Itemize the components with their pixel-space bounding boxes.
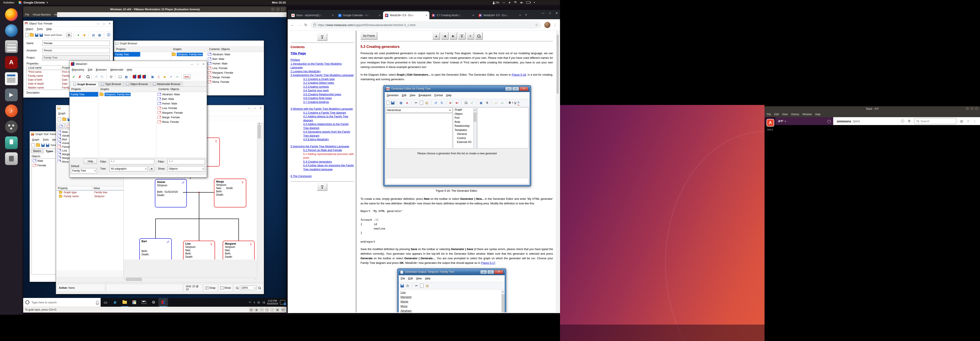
toc-link[interactable]: 4.1 Creating a Family Tree diagram: [291, 111, 354, 115]
menu-item[interactable]: Help: [46, 27, 52, 30]
graph-browser-title-bar[interactable]: Graph Browser: [114, 41, 264, 46]
node-bart[interactable]: Bart Birth: Death: ♂: [139, 238, 172, 260]
open-icon[interactable]: [36, 144, 40, 147]
vmware-title-bar[interactable]: Windows 10 x64 - VMware Workstation 15 P…: [23, 6, 286, 12]
menu-item[interactable]: History: [791, 113, 799, 116]
toc-link[interactable]: Preface: [291, 58, 354, 62]
close-button[interactable]: ✕: [109, 22, 111, 25]
browser-tab[interactable]: Metamodel Browser: [151, 82, 183, 86]
object-item[interactable]: Marge: Female: [207, 75, 264, 79]
menu-item[interactable]: Help: [54, 13, 60, 16]
dock-icon[interactable]: [5, 72, 18, 85]
save-icon[interactable]: [35, 33, 38, 37]
filter2-input[interactable]: *: *: [167, 159, 205, 164]
commit-icon[interactable]: ✓: [71, 74, 76, 79]
undo-icon[interactable]: ↺: [94, 74, 99, 79]
tab-close-icon[interactable]: ✕: [472, 14, 474, 17]
show-select[interactable]: Objects▾: [167, 166, 205, 171]
toc-link[interactable]: 5.3 Creating generators: [291, 160, 354, 164]
activities-button[interactable]: Activities: [3, 1, 14, 4]
taskbar-clock[interactable]: 3:15 PM 6/10/2019: [267, 300, 278, 305]
menu-item[interactable]: Help: [815, 113, 821, 116]
scroll-top-button-bottom[interactable]: ▲: [317, 183, 327, 191]
maximize-button[interactable]: □: [254, 107, 256, 109]
tray-chevron-icon[interactable]: ▼: [533, 2, 535, 4]
wifi-icon[interactable]: [514, 1, 517, 4]
search-box[interactable]: Search: [914, 118, 956, 124]
menu-item[interactable]: Edit: [774, 113, 779, 116]
node-marge[interactable]: Marge Simpson Née:Smith Birth: Death: ♀: [214, 179, 246, 208]
vm-device-icon[interactable]: ◉: [255, 308, 259, 312]
minimize-button[interactable]: −: [966, 107, 969, 110]
dialog-icon[interactable]: ▣: [150, 74, 155, 79]
toc-link[interactable]: 1 Introduction to the Family Tree Modeli…: [291, 62, 354, 70]
close-button[interactable]: ✕: [202, 63, 205, 65]
toc-link[interactable]: 5.1 Person as Male and Female: [291, 148, 354, 152]
mentions-icon[interactable]: @: [960, 119, 963, 123]
dock-icon[interactable]: [5, 152, 18, 165]
new-icon[interactable]: [58, 117, 61, 121]
volume-muted-icon[interactable]: ◀✕: [520, 1, 523, 4]
network-icon[interactable]: ⊡: [258, 301, 260, 304]
minimize-button[interactable]: —: [248, 107, 250, 109]
object-item[interactable]: Bart: Male: [207, 57, 264, 61]
toc-link[interactable]: 4.2 Adding objects to the Family Tree di…: [291, 115, 354, 122]
property-row[interactable]: Family name Simpson: [56, 194, 123, 198]
col-graphs[interactable]: Graphs: [100, 88, 158, 91]
object-item[interactable]: Marge: Female: [156, 115, 207, 120]
object-item[interactable]: Bart: Male: [156, 97, 207, 101]
menu-item[interactable]: Object: [25, 27, 33, 30]
nav-top-icon[interactable]: ▲: [458, 32, 466, 40]
maximize-button[interactable]: □: [549, 11, 551, 15]
store-button[interactable]: [129, 298, 139, 307]
starred-icon[interactable]: ☆: [967, 119, 970, 123]
zoom-select[interactable]: 100%▾: [240, 286, 256, 290]
maximize-button[interactable]: □: [276, 8, 280, 11]
object-tool-title-bar[interactable]: Object Tool: Female — □ ✕: [24, 21, 113, 27]
toc-link[interactable]: 3.4 Saving your work: [291, 89, 354, 93]
address-bar[interactable]: https://www.metacase.com/support/55/manu…: [310, 21, 541, 29]
task-view-button[interactable]: ▭: [100, 298, 110, 307]
search-icon[interactable]: [86, 75, 89, 78]
filter-input[interactable]: *: *: [110, 159, 154, 164]
minimize-button[interactable]: −: [271, 8, 275, 11]
toc-link[interactable]: 3.3 Creating symbols: [291, 85, 354, 89]
toc-link[interactable]: 3.7 Creating bindings: [291, 100, 354, 104]
notifications-bell-icon[interactable]: [827, 120, 830, 122]
dock-icon[interactable]: [5, 136, 18, 149]
col-projects[interactable]: Projects: [70, 88, 100, 91]
menu-item[interactable]: Browsers: [96, 68, 107, 71]
tree-select[interactable]: All subgraphs▾: [110, 166, 148, 171]
edge-button[interactable]: e: [110, 298, 120, 307]
battery-icon[interactable]: [526, 1, 530, 4]
people-icon[interactable]: ᴬ⁺: [249, 301, 251, 304]
col-contents[interactable]: Contents: Objects: [209, 48, 264, 51]
object-item[interactable]: Abraham: Male: [156, 92, 207, 97]
settings-button[interactable]: ⚙: [149, 298, 158, 307]
menu-item[interactable]: File: [25, 13, 29, 16]
arrow-icon[interactable]: ➚: [169, 74, 173, 79]
ancestor-input[interactable]: Person: [42, 48, 110, 53]
col-projects[interactable]: Projects: [114, 48, 173, 51]
nav-next-icon[interactable]: ▶: [450, 32, 457, 40]
nav-search-icon[interactable]: [475, 32, 483, 40]
close-button[interactable]: ✕: [281, 8, 285, 11]
zoom-in-icon[interactable]: [258, 287, 261, 289]
dock-icon[interactable]: [5, 121, 18, 133]
mail-button[interactable]: [139, 298, 149, 307]
diamond-icon[interactable]: ◆: [162, 74, 167, 79]
show-toggle[interactable]: Show: [218, 284, 233, 292]
toc-link[interactable]: 4.3 Adding relationships to the Family T…: [291, 122, 354, 130]
menu-item[interactable]: File: [767, 113, 771, 116]
toc-link[interactable]: 3.1 Creating a Graph type: [291, 78, 354, 81]
dock-icon[interactable]: [5, 56, 18, 69]
object-item[interactable]: Margaret: Female: [156, 110, 207, 115]
save-icon[interactable]: [41, 144, 45, 147]
node-margaret[interactable]: Margaret Simpson Née: Birth: Death: ♀: [223, 241, 255, 260]
title-page-link[interactable]: Title Page: [291, 51, 354, 55]
toc-link[interactable]: 5 Improving the Family Tree Modeling Lan…: [291, 145, 354, 149]
help-button[interactable]: Help: [84, 159, 97, 164]
info-icon[interactable]: ⓘ: [106, 33, 111, 37]
menu-item[interactable]: Help: [127, 68, 132, 71]
default-select[interactable]: Family Tree▾: [71, 168, 97, 173]
